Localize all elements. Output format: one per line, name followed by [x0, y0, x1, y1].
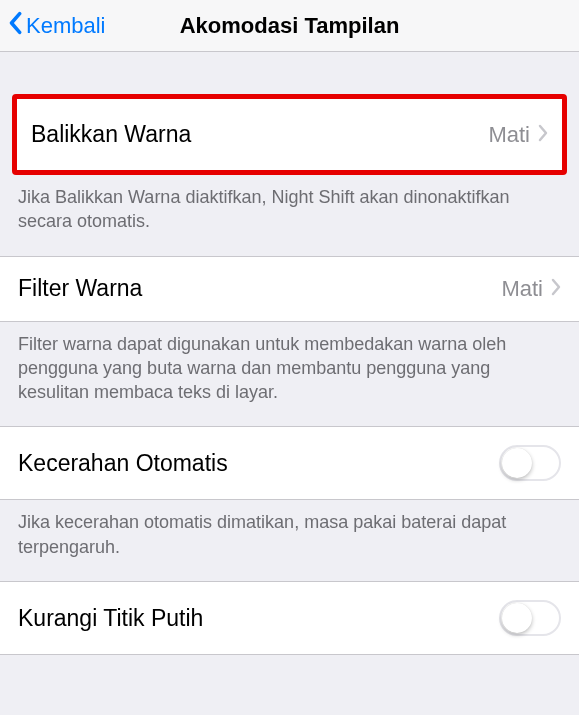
cell-right: Mati [501, 276, 561, 302]
invert-colors-label: Balikkan Warna [31, 121, 191, 148]
toggle-knob [502, 603, 532, 633]
cell-right: Mati [488, 122, 548, 148]
toggle-knob [502, 448, 532, 478]
chevron-right-icon [538, 124, 548, 146]
color-filter-value: Mati [501, 276, 543, 302]
navbar: Kembali Akomodasi Tampilan [0, 0, 579, 52]
color-filter-row[interactable]: Filter Warna Mati [0, 256, 579, 322]
invert-colors-footer: Jika Balikkan Warna diaktifkan, Night Sh… [0, 175, 579, 256]
auto-brightness-toggle[interactable] [499, 445, 561, 481]
invert-colors-row[interactable]: Balikkan Warna Mati [12, 94, 567, 175]
chevron-left-icon [8, 11, 26, 41]
auto-brightness-label: Kecerahan Otomatis [18, 450, 228, 477]
chevron-right-icon [551, 278, 561, 300]
auto-brightness-row: Kecerahan Otomatis [0, 426, 579, 500]
reduce-whitepoint-label: Kurangi Titik Putih [18, 605, 203, 632]
auto-brightness-footer: Jika kecerahan otomatis dimatikan, masa … [0, 500, 579, 581]
reduce-whitepoint-toggle[interactable] [499, 600, 561, 636]
back-label: Kembali [26, 13, 105, 39]
reduce-whitepoint-row: Kurangi Titik Putih [0, 581, 579, 655]
color-filter-label: Filter Warna [18, 275, 142, 302]
page-title: Akomodasi Tampilan [180, 13, 400, 39]
color-filter-footer: Filter warna dapat digunakan untuk membe… [0, 322, 579, 427]
invert-colors-value: Mati [488, 122, 530, 148]
spacer [0, 52, 579, 94]
back-button[interactable]: Kembali [8, 11, 105, 41]
